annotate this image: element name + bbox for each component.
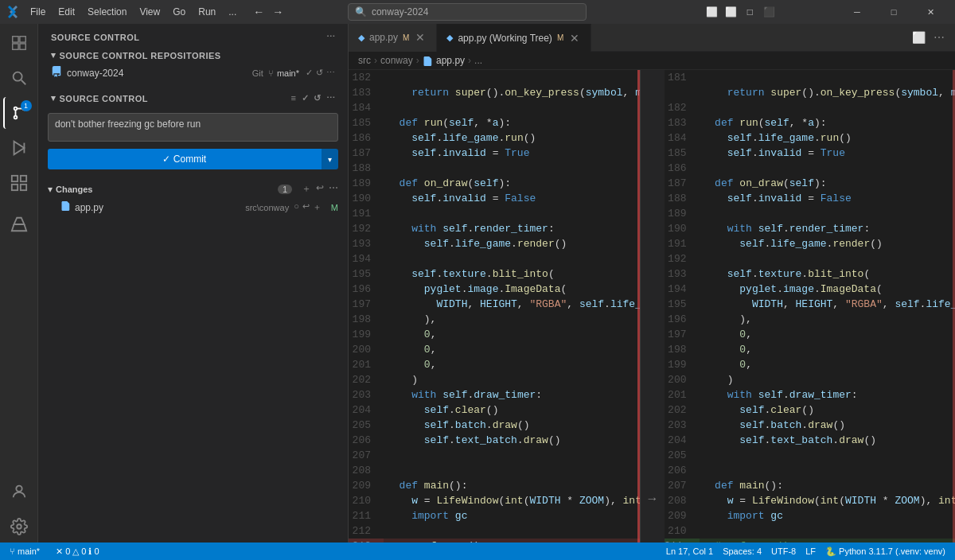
repo-row[interactable]: conway-2024 Git ⑂ main* ✓ ↺ ⋯ — [38, 64, 348, 82]
repo-checkmarks[interactable]: ✓ — [306, 68, 313, 78]
changes-stage-all[interactable]: ＋ — [302, 182, 311, 196]
right-code-area[interactable]: 181 return super().on_key_press(symbol, … — [665, 70, 956, 542]
commit-dropdown-button[interactable]: ▾ — [321, 149, 338, 169]
file-discard[interactable]: ↩ — [302, 201, 310, 213]
breadcrumb-conway[interactable]: conway — [380, 55, 413, 66]
status-bar: ⑂ main* ✕ 0 △ 0 ℹ 0 Ln 17, Col 1 Spaces:… — [0, 542, 955, 560]
changed-file-row[interactable]: app.py src\conway ○ ↩ ＋ M — [38, 199, 348, 216]
status-cursor[interactable]: Ln 17, Col 1 — [663, 542, 716, 560]
left-code-area[interactable]: 182 183 return super().on_key_press(symb… — [349, 70, 640, 542]
activity-settings[interactable] — [3, 511, 35, 542]
status-warning-icon: △ — [72, 546, 79, 557]
file-stage[interactable]: ＋ — [313, 201, 322, 213]
activity-accounts[interactable] — [3, 476, 35, 508]
file-open-changes[interactable]: ○ — [294, 201, 299, 213]
status-errors[interactable]: ✕ 0 △ 0 ℹ 0 — [53, 542, 102, 560]
repos-section-label[interactable]: ▾ SOURCE CONTROL REPOSITORIES — [38, 45, 348, 64]
status-python[interactable]: 🐍 Python 3.11.7 (.venv: venv) — [822, 542, 949, 560]
activity-test[interactable] — [3, 208, 35, 240]
status-python-version: Python 3.11.7 (.venv: venv) — [839, 546, 945, 556]
minimize-button[interactable]: ─ — [839, 0, 875, 24]
status-encoding[interactable]: UTF-8 — [768, 542, 799, 560]
status-branch-name: main* — [18, 546, 40, 556]
close-button[interactable]: ✕ — [912, 0, 949, 24]
layout-icon[interactable]: ⬜ — [723, 4, 739, 20]
menu-edit[interactable]: Edit — [53, 5, 80, 19]
svg-rect-1 — [19, 37, 25, 42]
code-line: 210 w = LifeWindow(int(WIDTH * ZOOM), in… — [349, 493, 640, 508]
sidebar: SOURCE CONTROL ⋯ ▾ SOURCE CONTROL REPOSI… — [38, 24, 349, 542]
status-eol[interactable]: LF — [802, 542, 819, 560]
nav-back[interactable]: ← — [251, 4, 267, 20]
toggle-panel[interactable]: ⬛ — [761, 4, 777, 20]
maximize-button[interactable]: □ — [875, 0, 912, 24]
split-editor-right[interactable]: ⬜ — [909, 28, 928, 47]
commit-button[interactable]: ✓ Commit — [48, 149, 321, 169]
menu-more[interactable]: ... — [224, 5, 241, 19]
tab-app-py[interactable]: ◆ app.py M ✕ — [349, 24, 437, 52]
menu-run[interactable]: Run — [193, 5, 220, 19]
svg-point-18 — [17, 524, 21, 529]
repo-sync[interactable]: ↺ — [316, 68, 323, 78]
nav-buttons: ← → — [251, 4, 286, 20]
commit-button-row: ✓ Commit ▾ — [48, 149, 338, 169]
activity-explorer[interactable] — [3, 27, 35, 59]
status-spaces[interactable]: Spaces: 4 — [719, 542, 765, 560]
tab-close-button-2[interactable]: ✕ — [568, 32, 581, 45]
status-python-icon: 🐍 — [825, 546, 836, 557]
tab-close-button[interactable]: ✕ — [414, 31, 427, 44]
diff-gutter: → — [641, 70, 665, 542]
code-line: 198 ), — [349, 312, 640, 327]
code-line: 194 — [349, 251, 640, 266]
code-line: 195 WIDTH, HEIGHT, "RGBA", self.life_ga… — [665, 297, 956, 312]
commit-message-input[interactable]: don't bother freezing gc before run — [48, 113, 338, 142]
menu-view[interactable]: View — [134, 5, 165, 19]
sc-more[interactable]: ⋯ — [326, 93, 336, 103]
code-line: 200 0, — [349, 342, 640, 357]
breadcrumb: src › conway › app.py › ... — [349, 52, 955, 70]
repo-name: conway-2024 — [67, 68, 248, 79]
status-info-icon: ℹ — [88, 546, 92, 557]
breadcrumb-src[interactable]: src — [358, 55, 371, 66]
menu-go[interactable]: Go — [168, 5, 190, 19]
activity-run[interactable] — [3, 132, 35, 164]
repos-arrow: ▾ — [51, 50, 57, 60]
activity-source-control[interactable]: 1 — [3, 97, 35, 129]
menu-file[interactable]: File — [25, 5, 50, 19]
changes-discard-all[interactable]: ↩ — [316, 182, 324, 196]
sc-actions: ≡ ✓ ↺ ⋯ — [291, 93, 335, 103]
sidebar-more-actions[interactable]: ⋯ — [326, 32, 336, 42]
code-line: 191 — [349, 206, 640, 221]
diff-minimap-left — [637, 70, 640, 542]
global-search[interactable]: 🔍 conway-2024 — [348, 3, 587, 21]
code-line: 181 — [665, 70, 956, 85]
tabs-bar: ◆ app.py M ✕ ◆ app.py (Working Tree) M ✕… — [349, 24, 955, 52]
tab-app-py-working-tree[interactable]: ◆ app.py (Working Tree) M ✕ — [437, 24, 591, 52]
activity-search[interactable] — [3, 62, 35, 94]
changes-actions: ＋ ↩ ⋯ — [302, 182, 338, 196]
code-line: 203 with self.draw_timer: — [349, 387, 640, 402]
code-line: 187 def on_draw(self): — [665, 176, 956, 191]
status-branch[interactable]: ⑂ main* — [6, 542, 43, 560]
activity-bar: 1 — [0, 24, 38, 542]
changes-arrow: ▾ — [48, 184, 53, 195]
changes-header[interactable]: ▾ Changes 1 ＋ ↩ ⋯ — [38, 179, 348, 199]
breadcrumb-more[interactable]: ... — [474, 55, 482, 66]
split-editor-icon[interactable]: ⬜ — [704, 4, 719, 20]
code-line: 196 pyglet.image.ImageData( — [349, 282, 640, 297]
sc-refresh[interactable]: ↺ — [314, 93, 322, 103]
repo-icon — [51, 66, 62, 80]
nav-forward[interactable]: → — [270, 4, 286, 20]
status-eol-label: LF — [805, 546, 816, 556]
activity-extensions[interactable] — [3, 167, 35, 199]
sc-stage-all[interactable]: ≡ — [291, 93, 297, 103]
toggle-primary-sidebar[interactable]: □ — [742, 4, 758, 20]
status-error-count: 0 — [65, 546, 70, 556]
changes-more[interactable]: ⋯ — [329, 182, 338, 196]
svg-rect-13 — [11, 176, 17, 181]
sc-commit-check[interactable]: ✓ — [302, 93, 310, 103]
repo-more[interactable]: ⋯ — [326, 68, 335, 78]
breadcrumb-apppy[interactable]: app.py — [423, 55, 465, 66]
more-actions-btn[interactable]: ⋯ — [930, 28, 949, 47]
menu-selection[interactable]: Selection — [83, 5, 131, 19]
